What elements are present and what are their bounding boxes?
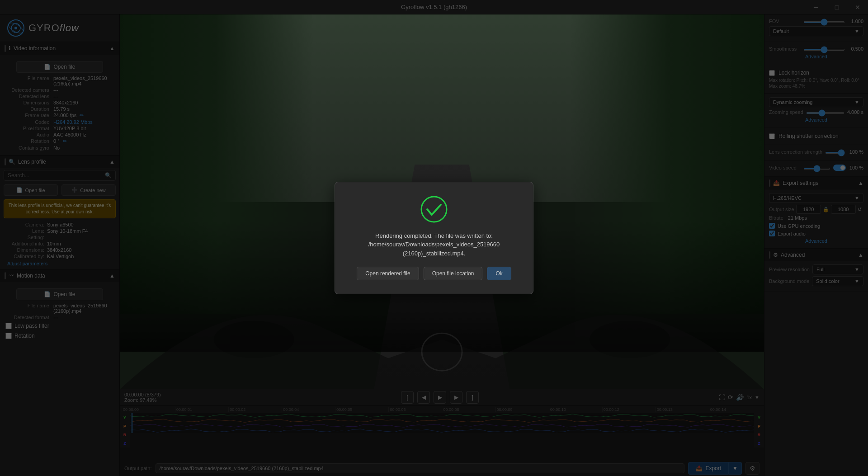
open-file-location-button[interactable]: Open file location <box>424 267 483 280</box>
modal-text: Rendering completed. The file was writte… <box>375 232 493 239</box>
ok-button[interactable]: Ok <box>487 267 511 280</box>
success-icon <box>420 196 448 223</box>
render-complete-modal: Rendering completed. The file was writte… <box>335 182 533 295</box>
modal-buttons: Open rendered file Open file location Ok <box>353 267 515 280</box>
svg-point-7 <box>421 197 447 222</box>
modal-overlay[interactable]: Rendering completed. The file was writte… <box>0 0 868 476</box>
modal-message: Rendering completed. The file was writte… <box>353 231 515 258</box>
modal-filepath: /home/sourav/Downloads/pexels_videos_251… <box>368 241 500 257</box>
open-rendered-file-button[interactable]: Open rendered file <box>357 267 419 280</box>
